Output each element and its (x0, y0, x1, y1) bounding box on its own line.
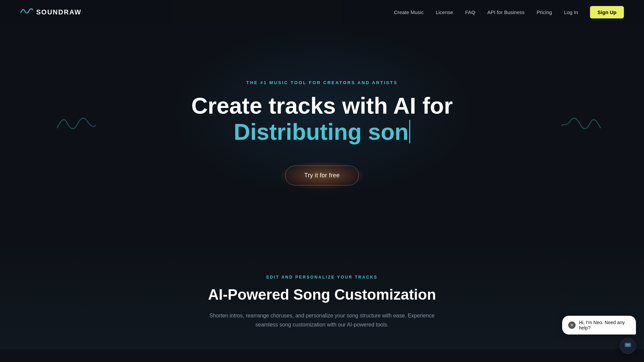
chat-icon (624, 342, 632, 351)
hero-eyebrow: THE #1 MUSIC TOOL FOR CREATORS AND ARTIS… (191, 80, 453, 85)
svg-point-3 (629, 344, 630, 345)
hero-title-line2: Distributing son (191, 118, 453, 146)
chat-widget: ✕ Hi, I'm Neo. Need any help? (562, 316, 636, 354)
section2-description: Shorten intros, rearrange choruses, and … (208, 311, 436, 329)
wave-decoration-right (560, 109, 604, 137)
signup-button[interactable]: Sign Up (590, 6, 624, 18)
nav-links: Create Music License FAQ API for Busines… (394, 6, 624, 18)
cta-wrapper: Try it for free (285, 166, 359, 185)
nav-login[interactable]: Log In (564, 9, 578, 15)
hero-content: THE #1 MUSIC TOOL FOR CREATORS AND ARTIS… (191, 80, 453, 185)
logo-link[interactable]: SOUNDRAW (20, 6, 82, 18)
section2-eyebrow: EDIT AND PERSONALIZE YOUR TRACKS (20, 275, 624, 280)
try-free-button[interactable]: Try it for free (285, 166, 359, 185)
hero-animated-text: Distributing son (234, 118, 409, 146)
nav-api-for-business[interactable]: API for Business (487, 9, 525, 15)
customization-section: EDIT AND PERSONALIZE YOUR TRACKS AI-Powe… (0, 241, 644, 349)
nav-pricing[interactable]: Pricing (537, 9, 552, 15)
navigation: SOUNDRAW Create Music License FAQ API fo… (0, 0, 644, 24)
logo-icon (20, 6, 34, 18)
hero-section: THE #1 MUSIC TOOL FOR CREATORS AND ARTIS… (0, 0, 644, 241)
chat-close-button[interactable]: ✕ (568, 321, 576, 329)
nav-license[interactable]: License (436, 9, 453, 15)
text-cursor (409, 120, 410, 143)
logo-text: SOUNDRAW (36, 8, 82, 16)
wave-decoration-left (54, 109, 97, 137)
nav-faq[interactable]: FAQ (465, 9, 475, 15)
section2-title: AI-Powered Song Customization (20, 286, 624, 303)
hero-title-line1: Create tracks with AI for (191, 93, 453, 118)
nav-create-music[interactable]: Create Music (394, 9, 424, 15)
svg-point-2 (628, 344, 629, 345)
chat-bubble: ✕ Hi, I'm Neo. Need any help? (562, 316, 636, 335)
svg-point-1 (626, 344, 627, 345)
chat-toggle-button[interactable] (620, 338, 636, 354)
chat-bubble-text: Hi, I'm Neo. Need any help? (579, 320, 630, 330)
